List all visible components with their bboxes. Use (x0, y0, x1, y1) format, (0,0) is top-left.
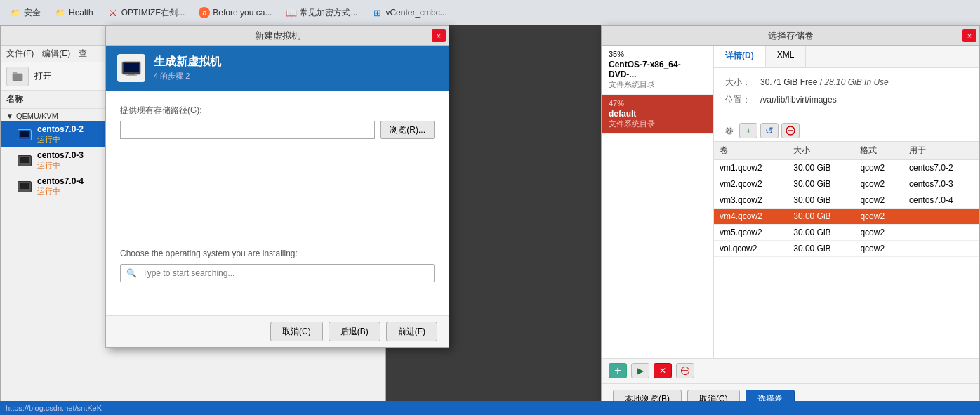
cancel-button[interactable]: 取消(C) (270, 322, 323, 341)
storage-dialog-title: 选择存储卷 (768, 29, 814, 42)
menu-view[interactable]: 查 (79, 48, 87, 60)
vm-name-702: centos7.0-2 (37, 124, 84, 134)
storage-pool-type: 文件系统目录 (609, 79, 706, 90)
storage-pool-type-default: 文件系统目录 (609, 119, 706, 129)
svg-rect-7 (22, 164, 27, 164)
tab-common[interactable]: 📖 常见加密方式... (282, 6, 362, 20)
storage-path-input[interactable] (120, 121, 375, 139)
os-label: Choose the operating system you are inst… (120, 249, 435, 258)
vol-usedby: centos7.0-2 (903, 160, 979, 176)
add-vm-button[interactable]: + (609, 363, 627, 378)
delete-button[interactable] (781, 123, 800, 138)
stop-button[interactable]: ✕ (654, 363, 672, 378)
folder-icon-health: 📁 (55, 7, 66, 18)
volume-row[interactable]: vm1.qcow2 30.00 GiB qcow2 centos7.0-2 (714, 160, 979, 176)
volume-row[interactable]: vm2.qcow2 30.00 GiB qcow2 centos7.0-3 (714, 176, 979, 192)
svg-rect-12 (124, 63, 139, 72)
size-label: 大小： (725, 77, 760, 88)
vol-format: qcow2 (854, 160, 903, 176)
vm-item-info-703: centos7.0-3 运行中 (37, 150, 84, 171)
tab-health[interactable]: 📁 Health (51, 6, 98, 20)
storage-pool-list: 35% CentOS-7-x86_64-DVD-... 文件系统目录 47% d… (602, 46, 714, 383)
storage-location-row: 位置： /var/lib/libvirt/images (725, 94, 968, 106)
vol-usedby (903, 241, 979, 257)
windows-icon: ⊞ (371, 7, 383, 18)
refresh-button[interactable]: ↺ (760, 123, 779, 138)
browser-tabbar: 📁 安全 📁 Health ⚔ OPTIMIZE在剑... a Before y… (0, 0, 980, 25)
storage-pool-pct-default: 47% (609, 99, 706, 107)
storage-bottom-toolbar: + ▶ ✕ (602, 358, 979, 383)
group-name: QEMU/KVM (16, 112, 58, 120)
vol-name: vm2.qcow2 (714, 176, 788, 192)
svg-rect-14 (126, 75, 137, 76)
volume-row[interactable]: vm5.qcow2 30.00 GiB qcow2 (714, 225, 979, 241)
search-icon: 🔍 (121, 268, 143, 278)
tab-vcenter[interactable]: ⊞ vCenter_cmbc... (367, 6, 451, 20)
storage-dialog: 选择存储卷 × 35% CentOS-7-x86_64-DVD-... 文件系统… (601, 25, 980, 415)
svg-rect-9 (20, 183, 29, 189)
volume-row[interactable]: vol.qcow2 30.00 GiB qcow2 (714, 241, 979, 257)
svg-rect-1 (13, 72, 17, 74)
svg-rect-0 (13, 74, 22, 81)
back-button[interactable]: 后退(B) (329, 322, 380, 341)
new-vm-wizard-subtitle: 4 的步骤 2 (154, 71, 221, 81)
tab-detail[interactable]: 详情(D) (714, 46, 766, 67)
new-vm-footer: 取消(C) 后退(B) 前进(F) (106, 315, 449, 347)
vm-item-info: centos7.0-2 运行中 (37, 124, 84, 145)
add-volume-button[interactable]: + (739, 123, 757, 138)
tab-xml[interactable]: XML (766, 46, 807, 67)
vol-usedby: centos7.0-3 (903, 176, 979, 192)
storage-pool-item-centos[interactable]: 35% CentOS-7-x86_64-DVD-... 文件系统目录 (602, 46, 713, 95)
play-button[interactable]: ▶ (631, 363, 649, 378)
ask-icon: a (199, 7, 210, 18)
location-label: 位置： (725, 94, 760, 106)
tab-ask[interactable]: a Before you ca... (194, 6, 276, 20)
vm-item-info-704: centos7.0-4 运行中 (37, 176, 84, 197)
toolbar-open-icon[interactable] (6, 67, 29, 86)
col-size: 大小 (788, 142, 854, 160)
status-url: https://blog.csdn.net/sntKeK (6, 404, 102, 412)
storage-dialog-close-button[interactable]: × (962, 29, 976, 42)
storage-tab-bar: 详情(D) XML (714, 46, 979, 68)
new-vm-close-button[interactable]: × (432, 29, 446, 42)
new-vm-wizard-icon (117, 54, 145, 82)
new-vm-wizard-title: 生成新虚拟机 (154, 55, 221, 70)
col-usedby: 用于 (903, 142, 979, 160)
vol-size: 30.00 GiB (788, 160, 854, 176)
col-name: 卷 (714, 142, 788, 160)
svg-rect-6 (20, 157, 29, 163)
vol-size: 30.00 GiB (788, 209, 854, 225)
forward-button[interactable]: 前进(F) (386, 322, 437, 341)
volume-table: 卷 大小 格式 用于 vm1.qcow2 30.00 GiB qcow2 cen… (714, 142, 979, 383)
vol-name: vm3.qcow2 (714, 192, 788, 209)
location-value: /var/lib/libvirt/images (760, 95, 968, 105)
volume-table-header: 卷 大小 格式 用于 (714, 142, 979, 160)
volume-row[interactable]: vm3.qcow2 30.00 GiB qcow2 centos7.0-4 (714, 192, 979, 209)
vol-format: qcow2 (854, 192, 903, 209)
storage-pool-pct: 35% (609, 50, 706, 58)
pause-button[interactable] (676, 363, 694, 378)
os-search-row: 🔍 (120, 264, 435, 282)
tab-anjuan[interactable]: 📁 安全 (6, 6, 45, 20)
storage-pool-item-default[interactable]: 47% default 文件系统目录 (602, 95, 713, 134)
vm-status-702: 运行中 (37, 134, 84, 145)
menu-edit[interactable]: 编辑(E) (42, 48, 70, 60)
folder-icon: 📁 (10, 7, 21, 18)
vol-size: 30.00 GiB (788, 225, 854, 241)
vol-format: qcow2 (854, 241, 903, 257)
vol-usedby: centos7.0-4 (903, 192, 979, 209)
vm-screen-icon (18, 129, 32, 140)
storage-path-label: 提供现有存储路径(G): (120, 105, 435, 117)
vol-size: 30.00 GiB (788, 176, 854, 192)
vm-status-704: 运行中 (37, 186, 84, 197)
common-icon: 📖 (286, 7, 297, 18)
storage-pool-name: CentOS-7-x86_64-DVD-... (609, 60, 706, 79)
vol-format: qcow2 (854, 209, 903, 225)
browse-button[interactable]: 浏览(R)... (380, 121, 435, 139)
tab-optimize[interactable]: ⚔ OPTIMIZE在剑... (103, 6, 190, 20)
svg-rect-10 (22, 190, 27, 190)
volume-row[interactable]: vm4.qcow2 30.00 GiB qcow2 (714, 209, 979, 225)
vm-name-703: centos7.0-3 (37, 150, 84, 160)
os-search-input[interactable] (143, 268, 434, 278)
menu-file[interactable]: 文件(F) (6, 48, 34, 60)
